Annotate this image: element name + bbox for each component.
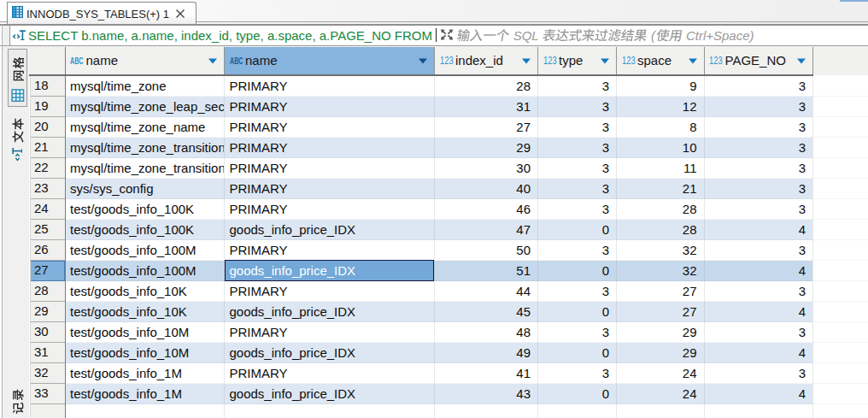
svg-text:(: ( <box>651 28 657 43</box>
svg-text:SQL: SQL <box>513 28 539 43</box>
svg-text:Ctrl+Space): Ctrl+Space) <box>686 28 754 43</box>
